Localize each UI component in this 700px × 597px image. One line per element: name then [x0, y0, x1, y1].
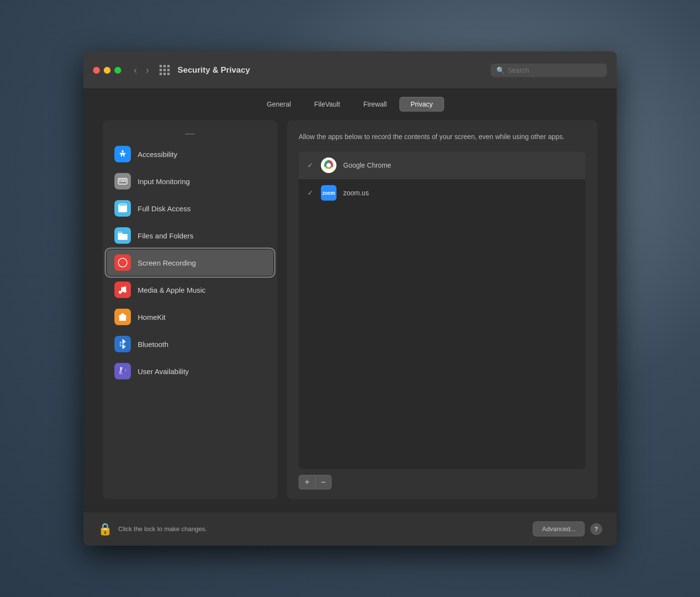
main-window: ‹ › Security & Privacy 🔍 General FileVau…	[83, 51, 617, 546]
tab-filevault[interactable]: FileVault	[303, 97, 350, 111]
sidebar-item-label: Bluetooth	[138, 340, 168, 348]
bottom-right-actions: Advanced... ?	[533, 521, 602, 536]
maximize-button[interactable]	[114, 67, 121, 74]
sidebar-item-accessibility[interactable]: Accessibility	[107, 141, 273, 167]
sidebar-item-label: Input Monitoring	[138, 177, 190, 186]
table-row[interactable]: ✓ zoom zoom.us	[299, 179, 586, 206]
chrome-checkbox[interactable]: ✓	[306, 161, 314, 169]
svg-rect-8	[121, 181, 122, 182]
sidebar-item-label: Screen Recording	[138, 259, 196, 267]
nav-buttons: ‹ ›	[131, 63, 152, 78]
homekit-icon	[114, 309, 131, 325]
lock-icon[interactable]: 🔒	[98, 522, 112, 536]
svg-point-0	[122, 150, 124, 152]
user-availability-icon: ☽	[114, 363, 131, 379]
files-and-folders-icon	[114, 227, 131, 244]
right-panel: Allow the apps below to record the conte…	[287, 120, 597, 499]
lock-text: Click the lock to make changes.	[118, 525, 207, 533]
chrome-app-name: Google Chrome	[343, 161, 391, 169]
help-button[interactable]: ?	[590, 523, 602, 535]
sidebar-item-media-apple-music[interactable]: Media & Apple Music	[107, 277, 273, 303]
svg-point-13	[119, 291, 122, 294]
chrome-app-icon	[321, 157, 336, 173]
back-button[interactable]: ‹	[131, 63, 140, 78]
tab-general[interactable]: General	[256, 97, 302, 111]
minimize-button[interactable]	[104, 67, 111, 74]
close-button[interactable]	[93, 67, 100, 74]
sidebar: — Accessibility Input Monitoring Full Di…	[103, 120, 277, 499]
sidebar-item-screen-recording[interactable]: Screen Recording	[107, 250, 273, 276]
svg-rect-10	[125, 181, 126, 182]
full-disk-access-icon	[114, 200, 131, 217]
svg-rect-5	[124, 179, 125, 180]
svg-rect-7	[119, 181, 120, 182]
svg-rect-15	[121, 318, 124, 321]
table-row[interactable]: ✓ Google Chrome	[299, 152, 586, 179]
search-icon: 🔍	[496, 66, 505, 74]
screen-recording-icon	[114, 254, 131, 271]
sidebar-item-bluetooth[interactable]: Bluetooth	[107, 331, 273, 357]
titlebar: ‹ › Security & Privacy 🔍	[83, 51, 617, 89]
sidebar-item-full-disk-access[interactable]: Full Disk Access	[107, 195, 273, 221]
sidebar-item-label: Media & Apple Music	[138, 286, 206, 294]
zoom-checkbox[interactable]: ✓	[306, 189, 314, 197]
tabs-bar: General FileVault Firewall Privacy	[83, 89, 617, 115]
svg-rect-2	[119, 179, 120, 180]
tab-firewall[interactable]: Firewall	[353, 97, 398, 111]
sidebar-item-input-monitoring[interactable]: Input Monitoring	[107, 168, 273, 194]
svg-point-12	[120, 260, 125, 265]
sidebar-item-label: Accessibility	[138, 150, 177, 158]
bluetooth-icon	[114, 336, 131, 352]
svg-rect-9	[122, 181, 124, 182]
bottom-bar: 🔒 Click the lock to make changes. Advanc…	[83, 512, 617, 546]
accessibility-icon	[114, 146, 131, 162]
sidebar-item-label: Full Disk Access	[138, 204, 191, 213]
media-apple-music-icon	[114, 282, 131, 298]
list-actions: + −	[299, 475, 586, 489]
svg-point-21	[327, 163, 331, 168]
panel-description: Allow the apps below to record the conte…	[299, 132, 586, 142]
zoom-app-icon: zoom	[321, 185, 336, 201]
sidebar-item-homekit[interactable]: HomeKit	[107, 304, 273, 330]
search-bar[interactable]: 🔍	[491, 63, 607, 77]
scroll-indicator: —	[103, 125, 277, 140]
sidebar-item-user-availability[interactable]: ☽ User Availability	[107, 358, 273, 384]
tab-privacy[interactable]: Privacy	[399, 97, 444, 111]
sidebar-item-label: HomeKit	[138, 313, 166, 321]
content-area: — Accessibility Input Monitoring Full Di…	[83, 115, 617, 509]
grid-icon[interactable]	[159, 65, 170, 75]
svg-text:☽: ☽	[123, 368, 127, 373]
sidebar-item-files-and-folders[interactable]: Files and Folders	[107, 222, 273, 249]
remove-app-button[interactable]: −	[315, 475, 332, 489]
advanced-button[interactable]: Advanced...	[533, 521, 585, 536]
svg-rect-3	[121, 179, 122, 180]
search-input[interactable]	[508, 66, 601, 74]
svg-rect-6	[125, 179, 126, 180]
traffic-lights	[93, 67, 121, 74]
sidebar-item-label: Files and Folders	[138, 232, 193, 240]
input-monitoring-icon	[114, 173, 131, 189]
add-app-button[interactable]: +	[299, 475, 315, 489]
sidebar-item-label: User Availability	[138, 367, 189, 376]
svg-point-14	[124, 290, 127, 293]
zoom-app-name: zoom.us	[343, 189, 369, 197]
forward-button[interactable]: ›	[143, 63, 152, 78]
svg-rect-4	[122, 179, 123, 180]
apps-list: ✓ Google Chrome	[299, 152, 586, 469]
window-title: Security & Privacy	[177, 65, 250, 75]
